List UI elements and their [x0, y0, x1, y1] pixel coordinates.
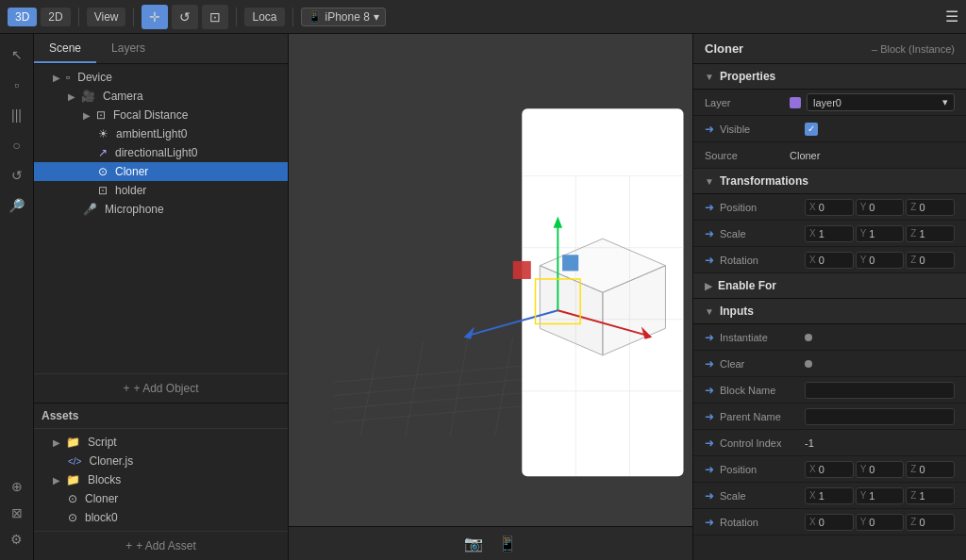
- prop-row-rotation2: ➜ Rotation X 0 Y 0 Z 0: [693, 509, 966, 535]
- scale2-z-field[interactable]: Z 1: [906, 487, 955, 504]
- left-icon-gear[interactable]: ⚙: [4, 526, 30, 552]
- add-asset-button[interactable]: + + Add Asset: [34, 531, 288, 560]
- left-icon-search[interactable]: 🔎: [4, 192, 30, 219]
- scale2-x-field[interactable]: X 1: [805, 487, 854, 504]
- scale1-x-value: 1: [819, 228, 849, 239]
- label-device: Device: [77, 71, 112, 84]
- tree-item-blocks[interactable]: ▶ 📁 Blocks: [34, 470, 288, 489]
- position2-y-field[interactable]: Y 0: [856, 461, 905, 478]
- position1-y-field[interactable]: Y 0: [856, 199, 905, 216]
- rotation2-z-field[interactable]: Z 0: [906, 514, 955, 531]
- instantiate-label: Instantiate: [720, 332, 805, 343]
- tree-item-cloner-js[interactable]: </> Cloner.js: [34, 452, 288, 470]
- rotation1-arrow-icon: ➜: [705, 254, 714, 267]
- btn-2d[interactable]: 2D: [41, 8, 70, 26]
- left-icon-cursor[interactable]: ↖: [4, 41, 30, 68]
- control-index-arrow-icon: ➜: [705, 436, 714, 450]
- tree-item-focal[interactable]: ▶ ⊡ Focal Distance: [34, 106, 288, 124]
- scale1-x-field[interactable]: X 1: [805, 225, 854, 242]
- pos2-x-value: 0: [819, 464, 849, 475]
- section-transformations[interactable]: ▼ Transformations: [693, 169, 966, 194]
- parent-name-label: Parent Name: [720, 411, 805, 422]
- left-icon-minus[interactable]: ⊠: [4, 500, 30, 526]
- btn-3d[interactable]: 3D: [8, 8, 37, 26]
- rot2-z-value: 0: [919, 517, 950, 528]
- left-icon-refresh[interactable]: ↺: [4, 162, 30, 189]
- separator-4: [292, 8, 293, 26]
- position2-xyz: X 0 Y 0 Z 0: [805, 461, 955, 478]
- rotation2-arrow-icon: ➜: [705, 516, 714, 529]
- scale2-xyz: X 1 Y 1 Z 1: [805, 487, 955, 504]
- rotation1-z-field[interactable]: Z 0: [906, 252, 955, 269]
- pos2-z-label: Z: [910, 464, 916, 474]
- block-name-input[interactable]: [805, 382, 955, 399]
- layer-select[interactable]: layer0 ▾: [790, 93, 955, 111]
- rotation2-x-field[interactable]: X 0: [805, 514, 854, 531]
- label-blocks: Blocks: [88, 473, 121, 486]
- tree-item-block0[interactable]: ⊙ block0: [34, 508, 288, 527]
- tree-item-script[interactable]: ▶ 📁 Script: [34, 433, 288, 452]
- label-microphone: Microphone: [105, 203, 164, 216]
- tree-item-directionallight[interactable]: ↗ directionalLight0: [34, 143, 288, 162]
- layer-dropdown[interactable]: layer0 ▾: [807, 93, 955, 111]
- label-directionallight: directionalLight0: [115, 146, 197, 159]
- btn-view[interactable]: View: [87, 8, 126, 26]
- icon-blocks: 📁: [66, 473, 80, 486]
- left-icon-grid[interactable]: |||: [4, 102, 30, 128]
- position1-x-field[interactable]: X 0: [805, 199, 854, 216]
- viewport-device-button[interactable]: 📱: [498, 535, 517, 552]
- tab-scene[interactable]: Scene: [34, 34, 96, 63]
- position2-x-field[interactable]: X 0: [805, 461, 854, 478]
- add-object-label: + Add Object: [133, 382, 198, 395]
- tree-item-cloner-asset[interactable]: ⊙ Cloner: [34, 489, 288, 508]
- add-object-button[interactable]: + + Add Object: [34, 373, 288, 403]
- scale2-label: Scale: [720, 490, 805, 502]
- block-name-value: [805, 382, 955, 399]
- tree-item-holder[interactable]: ⊡ holder: [34, 181, 288, 200]
- btn-loc[interactable]: Loca: [244, 8, 284, 26]
- viewport[interactable]: 📷 📱: [289, 34, 692, 560]
- device-selector[interactable]: 📱 iPhone 8 ▾: [301, 8, 386, 26]
- arrow-transformations: ▼: [705, 176, 714, 187]
- rotation1-x-field[interactable]: X 0: [805, 252, 854, 269]
- scale2-z-value: 1: [919, 490, 950, 502]
- section-enable-for[interactable]: ▶ Enable For: [693, 273, 966, 299]
- btn-transform[interactable]: ✛: [142, 5, 168, 29]
- position2-z-field[interactable]: Z 0: [906, 461, 955, 478]
- control-index-value: -1: [805, 437, 955, 449]
- rotation1-label: Rotation: [720, 255, 805, 266]
- scale2-y-field[interactable]: Y 1: [856, 487, 905, 504]
- rotation2-y-field[interactable]: Y 0: [856, 514, 905, 531]
- prop-row-position2: ➜ Position X 0 Y 0 Z 0: [693, 456, 966, 483]
- device-name: iPhone 8: [325, 10, 370, 24]
- left-icon-square[interactable]: ▫: [4, 72, 30, 98]
- separator-3: [236, 8, 237, 26]
- tree-item-device[interactable]: ▶ ▫ Device: [34, 68, 288, 87]
- arrow-camera: ▶: [68, 91, 75, 102]
- left-icon-circle[interactable]: ○: [4, 132, 30, 158]
- visible-checkbox[interactable]: ✓: [805, 123, 818, 136]
- section-inputs[interactable]: ▼ Inputs: [693, 299, 966, 324]
- tree-item-cloner[interactable]: ⊙ Cloner: [34, 162, 288, 181]
- section-properties[interactable]: ▼ Properties: [693, 64, 966, 90]
- hamburger-button[interactable]: ☰: [945, 8, 958, 25]
- scale1-z-field[interactable]: Z 1: [906, 225, 955, 242]
- position1-z-field[interactable]: Z 0: [906, 199, 955, 216]
- properties-header: Cloner – Block (Instance): [693, 34, 966, 64]
- viewport-camera-button[interactable]: 📷: [464, 535, 483, 552]
- position1-label: Position: [720, 202, 805, 213]
- parent-name-input[interactable]: [805, 408, 955, 425]
- layer-value: layer0 ▾: [790, 93, 955, 111]
- btn-rotate[interactable]: ↺: [172, 5, 198, 29]
- tree-item-microphone[interactable]: 🎤 Microphone: [34, 200, 288, 219]
- btn-scale[interactable]: ⊡: [202, 5, 228, 29]
- tree-item-camera[interactable]: ▶ 🎥 Camera: [34, 87, 288, 106]
- rotation1-y-field[interactable]: Y 0: [856, 252, 905, 269]
- main-layout: ↖ ▫ ||| ○ ↺ 🔎 ⊕ ⊠ ⚙ Scene Layers ▶ ▫ Dev…: [0, 34, 966, 560]
- clear-arrow-icon: ➜: [705, 357, 714, 371]
- tab-layers[interactable]: Layers: [96, 34, 160, 63]
- tree-item-ambientlight[interactable]: ☀ ambientLight0: [34, 124, 288, 143]
- layer-chevron-icon: ▾: [942, 96, 948, 108]
- scale1-y-field[interactable]: Y 1: [856, 225, 905, 242]
- left-icon-add[interactable]: ⊕: [4, 473, 30, 500]
